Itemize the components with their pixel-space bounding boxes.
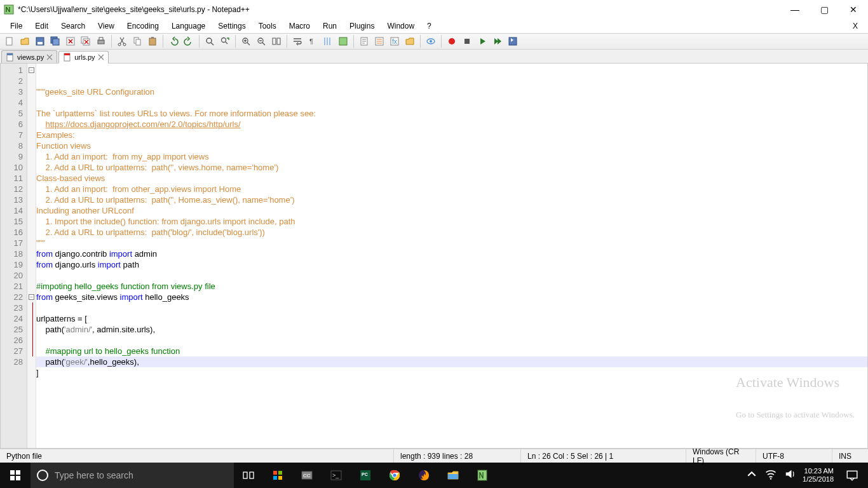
toolbar-undo-icon[interactable] <box>166 34 180 48</box>
menu-help[interactable]: ? <box>421 20 438 32</box>
tab-urls-py[interactable]: urls.py <box>58 51 108 64</box>
menu-plugins[interactable]: Plugins <box>343 20 381 32</box>
toolbar-stop-macro-icon[interactable] <box>460 34 474 48</box>
svg-rect-1 <box>6 37 12 45</box>
toolbar-paste-icon[interactable] <box>146 34 159 48</box>
tray-chevron-up-icon[interactable] <box>745 468 758 483</box>
toolbar-folder-icon[interactable] <box>403 34 417 48</box>
toolbar-play-multi-icon[interactable] <box>491 34 505 48</box>
task-view-icon[interactable] <box>234 463 263 488</box>
toolbar-redo-icon[interactable] <box>182 34 196 48</box>
search-placeholder: Type here to search <box>55 470 133 480</box>
menu-macro[interactable]: Macro <box>283 20 316 32</box>
toolbar-cut-icon[interactable] <box>115 34 129 48</box>
toolbar-close-all-icon[interactable] <box>79 34 93 48</box>
toolbar-copy-icon[interactable] <box>130 34 144 48</box>
svg-rect-15 <box>149 38 156 45</box>
toolbar-doc-map-icon[interactable] <box>357 34 371 48</box>
taskbar-cmd-icon[interactable]: >_ <box>322 463 351 488</box>
menu-settings[interactable]: Settings <box>212 20 252 32</box>
tray-wifi-icon[interactable] <box>764 468 777 483</box>
svg-rect-22 <box>277 38 280 44</box>
status-encoding[interactable]: UTF-8 <box>756 449 832 463</box>
toolbar-new-icon[interactable] <box>3 34 17 48</box>
menu-view[interactable]: View <box>92 20 121 32</box>
toolbar-sync-scroll-icon[interactable] <box>269 34 283 48</box>
document-tab-bar: views.py urls.py <box>0 50 868 64</box>
fold-column[interactable]: −− <box>27 64 36 448</box>
tab-close-icon[interactable] <box>46 54 53 60</box>
toolbar-indent-guide-icon[interactable] <box>321 34 335 48</box>
file-icon <box>63 53 72 62</box>
toolbar-find-icon[interactable] <box>203 34 217 48</box>
tray-clock[interactable]: 10:23 AM 1/25/2018 <box>803 467 834 484</box>
svg-rect-59 <box>478 470 487 480</box>
svg-rect-45 <box>278 471 282 475</box>
status-eol[interactable]: Windows (CR LF) <box>686 449 756 463</box>
start-button[interactable] <box>0 463 31 488</box>
taskbar-cc-icon[interactable]: CC <box>292 463 322 488</box>
tab-label: urls.py <box>74 53 95 61</box>
menu-file[interactable]: File <box>4 20 29 32</box>
svg-rect-24 <box>339 37 347 45</box>
menu-edit[interactable]: Edit <box>29 20 55 32</box>
taskbar-notepadpp-icon[interactable] <box>468 463 497 488</box>
tab-views-py[interactable]: views.py <box>1 50 57 63</box>
svg-rect-14 <box>136 39 140 45</box>
toolbar-close-icon[interactable] <box>64 34 78 48</box>
secondary-close-button[interactable]: X <box>843 20 868 32</box>
window-minimize-button[interactable]: — <box>780 0 810 19</box>
svg-text:fx: fx <box>392 38 397 45</box>
menu-encoding[interactable]: Encoding <box>121 20 165 32</box>
toolbar-save-all-icon[interactable] <box>48 34 62 48</box>
taskbar-app-colored-icon[interactable] <box>263 463 292 488</box>
toolbar-monitor-icon[interactable] <box>424 34 438 48</box>
taskbar-chrome-icon[interactable] <box>380 463 409 488</box>
svg-rect-10 <box>99 37 103 40</box>
code-area[interactable]: """geeks_site URL ConfigurationThe `urlp… <box>36 64 867 448</box>
menu-run[interactable]: Run <box>316 20 343 32</box>
toolbar-word-wrap-icon[interactable] <box>290 34 304 48</box>
window-close-button[interactable]: ✕ <box>839 0 868 19</box>
taskbar-pycharm-icon[interactable]: PC <box>351 463 380 488</box>
window-title: *C:\Users\Ujjwal\env_site\geeks_site\gee… <box>18 5 250 14</box>
taskbar-firefox-icon[interactable] <box>409 463 438 488</box>
toolbar-save-icon[interactable] <box>33 34 47 48</box>
line-number-gutter: 1234567891011121314151617181920212223242… <box>1 64 27 448</box>
menu-tools[interactable]: Tools <box>252 20 283 32</box>
toolbar-open-icon[interactable] <box>18 34 32 48</box>
toolbar: ¶ fx <box>0 33 868 50</box>
toolbar-doc-list-icon[interactable] <box>372 34 386 48</box>
code-editor[interactable]: 1234567891011121314151617181920212223242… <box>0 64 868 449</box>
tray-volume-icon[interactable] <box>783 468 796 483</box>
toolbar-play-macro-icon[interactable] <box>475 34 489 48</box>
menu-search[interactable]: Search <box>55 20 92 32</box>
menu-window[interactable]: Window <box>381 20 421 32</box>
status-insert-mode[interactable]: INS <box>832 449 868 463</box>
toolbar-replace-icon[interactable] <box>218 34 232 48</box>
toolbar-show-all-chars-icon[interactable]: ¶ <box>306 34 320 48</box>
taskbar-search[interactable]: Type here to search <box>31 463 234 488</box>
window-maximize-button[interactable]: ▢ <box>810 0 839 19</box>
svg-rect-9 <box>98 40 104 44</box>
svg-rect-46 <box>273 476 277 480</box>
status-bar: Python file length : 939 lines : 28 Ln :… <box>0 449 868 463</box>
toolbar-user-lang-icon[interactable] <box>336 34 350 48</box>
svg-text:PC: PC <box>362 472 368 477</box>
menu-language[interactable]: Language <box>165 20 212 32</box>
toolbar-print-icon[interactable] <box>94 34 108 48</box>
windows-taskbar: Type here to search CC >_ PC 10:23 AM 1/… <box>0 463 868 488</box>
toolbar-save-macro-icon[interactable] <box>506 34 520 48</box>
svg-rect-58 <box>448 474 458 479</box>
taskbar-explorer-icon[interactable] <box>438 463 468 488</box>
tray-notifications-icon[interactable] <box>840 463 864 488</box>
toolbar-function-list-icon[interactable]: fx <box>388 34 402 48</box>
window-titlebar: *C:\Users\Ujjwal\env_site\geeks_site\gee… <box>0 0 868 19</box>
svg-point-17 <box>207 38 212 43</box>
toolbar-zoom-in-icon[interactable] <box>239 34 253 48</box>
svg-point-31 <box>449 38 455 44</box>
toolbar-record-macro-icon[interactable] <box>445 34 459 48</box>
tab-close-icon[interactable] <box>98 54 104 60</box>
toolbar-zoom-out-icon[interactable] <box>254 34 268 48</box>
svg-rect-0 <box>4 5 13 14</box>
